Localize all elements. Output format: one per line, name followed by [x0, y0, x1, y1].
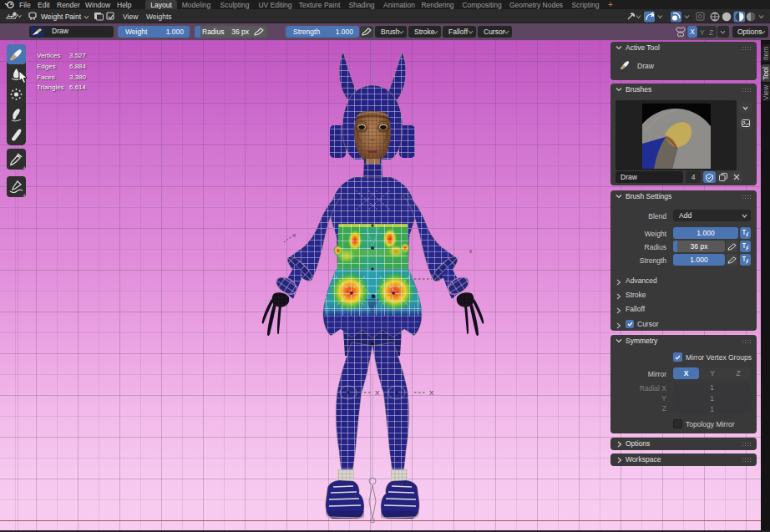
svg-text:X: X [375, 389, 380, 397]
svg-text:x: x [469, 248, 473, 254]
svg-text:x: x [293, 232, 296, 238]
svg-text:X: X [429, 389, 434, 397]
svg-text:X: X [435, 276, 440, 283]
